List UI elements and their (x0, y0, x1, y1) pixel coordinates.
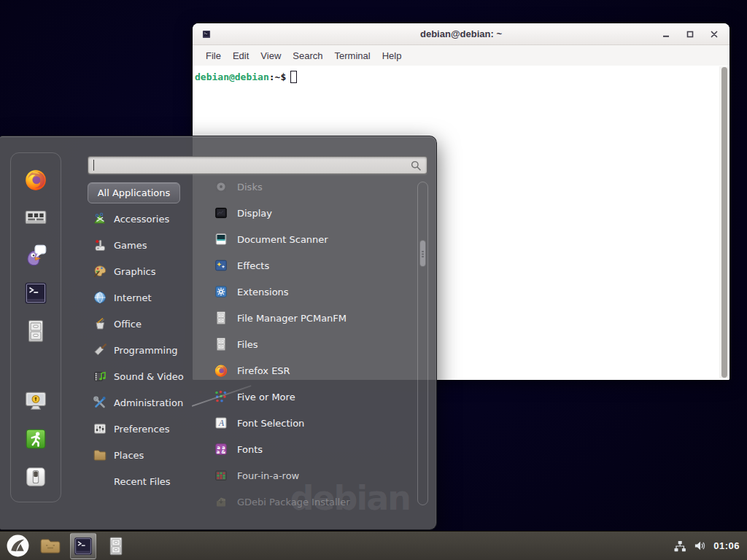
internet-icon (93, 290, 107, 305)
category-sound-video[interactable]: Sound & Video (89, 363, 206, 389)
volume-icon[interactable] (694, 540, 706, 552)
filter-label: All Applications (98, 187, 171, 198)
folder-icon (39, 534, 62, 558)
app-font-selection[interactable]: Font Selection (208, 410, 415, 436)
preferences-icon (93, 421, 107, 436)
window-controls (659, 23, 721, 44)
log-out-icon (23, 427, 48, 451)
display-icon (214, 206, 228, 220)
favorite-files-button[interactable] (23, 318, 49, 344)
close-button[interactable] (708, 28, 721, 41)
network-icon[interactable] (673, 540, 686, 553)
app-fonts[interactable]: Fonts (208, 436, 415, 462)
taskbar: 01:06 (0, 531, 747, 560)
menu-edit[interactable]: Edit (227, 47, 255, 64)
maximize-button[interactable] (684, 28, 697, 41)
desktop: { "terminal": { "title": "debian@debian:… (0, 0, 747, 560)
graphics-icon (93, 264, 107, 279)
taskbar-files-button[interactable] (103, 533, 129, 559)
file-cabinet-icon (23, 319, 48, 343)
category-recent-files[interactable]: Recent Files (89, 468, 206, 494)
app-four-in-a-row[interactable]: Four-in-a-row (208, 462, 415, 489)
category-graphics[interactable]: Graphics (89, 258, 206, 284)
app-label: Effects (237, 260, 269, 271)
file-cabinet-icon (106, 535, 126, 557)
favorite-software-button[interactable] (23, 204, 49, 230)
terminal-title: debian@debian: ~ (420, 28, 502, 39)
favorite-firefox-button[interactable] (23, 166, 49, 192)
app-files[interactable]: Files (208, 331, 415, 357)
font-selection-icon (214, 416, 228, 430)
menu-search[interactable]: Search (287, 47, 328, 64)
menu-scrollbar[interactable] (417, 182, 428, 505)
menu-terminal[interactable]: Terminal (329, 47, 376, 64)
app-disks[interactable]: Disks (208, 174, 415, 200)
category-label: Recent Files (114, 476, 171, 487)
menu-view[interactable]: View (255, 47, 287, 64)
menu-file[interactable]: File (200, 47, 227, 64)
places-icon (93, 448, 107, 462)
administration-icon (93, 395, 107, 410)
taskbar-file-manager-button[interactable] (37, 533, 63, 559)
app-file-manager-pcmanfm[interactable]: File Manager PCManFM (208, 305, 415, 331)
app-firefox-esr[interactable]: Firefox ESR (208, 357, 415, 384)
close-icon (711, 31, 718, 38)
menu-search-input[interactable] (88, 156, 427, 174)
menu-scrollbar-thumb[interactable] (419, 240, 426, 267)
app-label: Firefox ESR (237, 365, 290, 376)
app-five-or-more[interactable]: Five or More (208, 384, 415, 410)
category-places[interactable]: Places (89, 442, 206, 468)
category-accessories[interactable]: Accessories (89, 206, 206, 232)
shut-down-icon (23, 464, 48, 489)
app-gdebi-package-installer[interactable]: GDebi Package Installer (208, 489, 415, 515)
accessories-icon (93, 211, 107, 226)
terminal-scrollbar[interactable] (719, 66, 729, 378)
firefox-icon (23, 167, 48, 192)
document-scanner-icon (214, 232, 228, 246)
category-label: Sound & Video (114, 371, 184, 382)
menu-help[interactable]: Help (376, 47, 408, 64)
category-internet[interactable]: Internet (89, 284, 206, 311)
application-list: Disks Display Document Scanner Effects E… (208, 174, 415, 518)
category-administration[interactable]: Administration (89, 389, 206, 416)
category-games[interactable]: Games (89, 232, 206, 258)
favorite-pidgin-button[interactable] (23, 242, 49, 268)
app-label: Font Selection (237, 418, 304, 429)
disks-icon (214, 179, 228, 194)
app-label: GDebi Package Installer (237, 497, 350, 508)
minimize-button[interactable] (659, 28, 673, 41)
filter-all-applications[interactable]: All Applications (88, 182, 180, 203)
taskbar-terminal-button[interactable] (70, 533, 96, 559)
category-office[interactable]: Office (89, 311, 206, 337)
category-programming[interactable]: Programming (89, 337, 206, 363)
category-preferences[interactable]: Preferences (89, 416, 206, 442)
app-effects[interactable]: Effects (208, 252, 415, 279)
maximize-icon (686, 31, 694, 38)
app-label: Extensions (237, 287, 289, 298)
clock[interactable]: 01:06 (713, 540, 740, 551)
app-document-scanner[interactable]: Document Scanner (208, 226, 415, 252)
terminal-icon (73, 536, 93, 556)
category-label: Games (114, 240, 147, 251)
file-cabinet-icon (214, 311, 228, 325)
minimize-icon (662, 31, 670, 38)
shut-down-button[interactable] (23, 464, 49, 490)
terminal-scrollbar-thumb[interactable] (721, 67, 727, 378)
effects-icon (214, 258, 228, 273)
taskbar-menu-button[interactable] (4, 533, 31, 559)
keyboard-icon (23, 205, 48, 230)
lock-screen-button[interactable] (23, 388, 49, 414)
file-cabinet-icon (214, 337, 228, 351)
log-out-button[interactable] (23, 426, 49, 452)
app-display[interactable]: Display (208, 200, 415, 226)
terminal-titlebar[interactable]: debian@debian: ~ (193, 23, 729, 45)
favorite-terminal-button[interactable] (23, 280, 49, 306)
app-extensions[interactable]: Extensions (208, 279, 415, 305)
gdebi-icon (214, 494, 228, 509)
category-label: Office (114, 319, 142, 330)
search-icon (410, 160, 422, 171)
terminal-icon (23, 281, 48, 306)
app-label: Disks (237, 182, 263, 192)
pidgin-chat-icon (23, 243, 48, 268)
app-label: Document Scanner (237, 234, 328, 245)
